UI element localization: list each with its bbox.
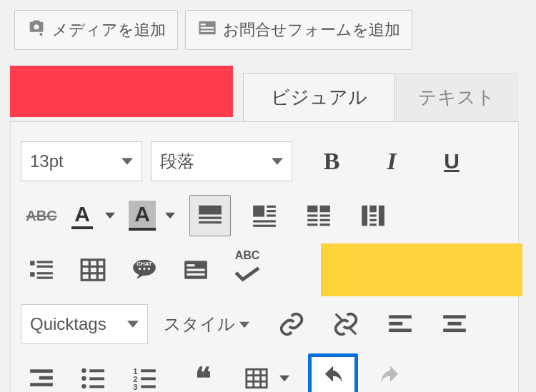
redo-icon <box>377 365 404 392</box>
svg-rect-33 <box>37 277 53 279</box>
italic-icon: I <box>387 148 396 175</box>
align-left-button[interactable] <box>379 303 421 345</box>
svg-text:CHAT: CHAT <box>137 261 152 267</box>
italic-button[interactable]: I <box>371 141 412 182</box>
font-size-select[interactable]: 13pt <box>21 141 142 181</box>
paragraph-format-select[interactable]: 段落 <box>151 141 292 181</box>
svg-rect-6 <box>199 217 222 219</box>
spellcheck-icon: ABC <box>234 250 261 291</box>
spellcheck-button[interactable]: ABC <box>227 249 268 291</box>
redacted-block-left <box>10 66 233 117</box>
strikethrough-icon: ABC <box>26 208 56 224</box>
svg-rect-34 <box>81 260 104 281</box>
table-dropdown-caret[interactable] <box>272 358 297 392</box>
background-color-dropdown[interactable] <box>158 196 182 236</box>
table-grid-icon <box>244 366 269 391</box>
numbered-list-button[interactable]: 123 <box>124 358 165 392</box>
redacted-block-yellow <box>321 243 522 296</box>
svg-rect-25 <box>369 219 377 221</box>
add-contact-form-button[interactable]: お問合せフォームを追加 <box>185 10 412 50</box>
layout-full-button[interactable] <box>189 195 231 236</box>
undo-button[interactable] <box>308 353 358 392</box>
unlink-button[interactable] <box>325 303 367 345</box>
svg-rect-5 <box>199 206 222 215</box>
svg-point-43 <box>148 268 150 270</box>
svg-rect-55 <box>443 328 466 332</box>
svg-rect-4 <box>201 31 214 32</box>
svg-rect-70 <box>141 386 156 388</box>
svg-rect-57 <box>39 376 53 380</box>
camera-music-icon <box>26 18 46 42</box>
strikethrough-button[interactable]: ABC <box>21 195 62 236</box>
add-media-label: メディアを追加 <box>52 19 166 41</box>
svg-rect-45 <box>187 264 194 266</box>
svg-point-63 <box>81 384 86 388</box>
svg-rect-28 <box>30 261 34 265</box>
bullet-list-button[interactable] <box>72 358 114 392</box>
link-icon <box>278 311 305 338</box>
chevron-down-icon <box>127 314 139 334</box>
svg-rect-11 <box>267 214 276 216</box>
quicktags-select[interactable]: Quicktags <box>21 304 148 344</box>
svg-rect-23 <box>369 206 377 213</box>
definition-list-button[interactable] <box>21 249 62 291</box>
redo-button[interactable] <box>369 358 411 392</box>
svg-rect-19 <box>320 219 330 221</box>
card-block-icon <box>182 256 209 283</box>
svg-point-61 <box>81 376 86 381</box>
layout-two-col-button[interactable] <box>298 195 339 236</box>
svg-rect-29 <box>37 261 53 263</box>
bold-button[interactable]: B <box>311 141 352 182</box>
svg-rect-18 <box>307 219 317 221</box>
svg-rect-46 <box>187 268 204 271</box>
svg-rect-64 <box>89 386 104 388</box>
style-select[interactable]: スタイル <box>159 313 254 336</box>
svg-rect-71 <box>247 369 267 388</box>
background-color-icon: A <box>129 201 156 231</box>
align-left-icon <box>387 311 414 338</box>
card-block-button[interactable] <box>175 249 217 291</box>
svg-point-59 <box>81 368 86 373</box>
underline-icon: U <box>444 149 460 174</box>
svg-rect-8 <box>253 206 264 217</box>
quicktags-value: Quicktags <box>30 314 106 334</box>
text-color-dropdown[interactable] <box>98 196 122 236</box>
svg-rect-52 <box>389 328 412 332</box>
underline-button[interactable]: U <box>431 141 472 182</box>
svg-rect-7 <box>199 221 222 223</box>
chat-bubble-button[interactable]: CHAT <box>124 249 165 291</box>
table-icon <box>79 256 106 283</box>
svg-text:3: 3 <box>133 383 137 391</box>
svg-rect-56 <box>30 369 53 373</box>
bullet-list-icon <box>79 365 106 392</box>
paragraph-format-value: 段落 <box>160 150 194 173</box>
svg-rect-60 <box>89 369 104 372</box>
quote-icon: ❝ <box>195 361 212 393</box>
svg-rect-9 <box>267 206 276 208</box>
svg-rect-21 <box>320 223 330 226</box>
svg-rect-47 <box>187 273 204 276</box>
align-center-button[interactable] <box>434 303 475 345</box>
align-right-button[interactable] <box>21 358 62 392</box>
table-dropdown-button[interactable] <box>241 358 297 392</box>
svg-rect-58 <box>30 383 53 386</box>
chevron-down-icon <box>239 314 249 334</box>
layout-three-col-button[interactable] <box>352 195 394 236</box>
tab-visual[interactable]: ビジュアル <box>243 73 394 121</box>
tab-text[interactable]: テキスト <box>396 73 517 121</box>
layout-left-image-button[interactable] <box>244 195 285 236</box>
insert-link-button[interactable] <box>271 303 312 345</box>
blockquote-button[interactable]: ❝ <box>182 358 224 392</box>
insert-table-button[interactable] <box>72 249 114 291</box>
add-media-button[interactable]: メディアを追加 <box>14 10 178 50</box>
text-color-button[interactable]: A <box>66 196 122 236</box>
svg-rect-24 <box>369 214 377 216</box>
chevron-down-icon <box>272 151 283 171</box>
svg-point-0 <box>34 24 39 29</box>
background-color-button[interactable]: A <box>126 196 182 236</box>
svg-rect-10 <box>267 210 276 212</box>
svg-line-49 <box>350 328 356 334</box>
svg-rect-30 <box>37 266 53 268</box>
editor-toolbar: 13pt 段落 B I U ABC A A <box>10 121 519 392</box>
text-color-icon: A <box>71 202 93 229</box>
